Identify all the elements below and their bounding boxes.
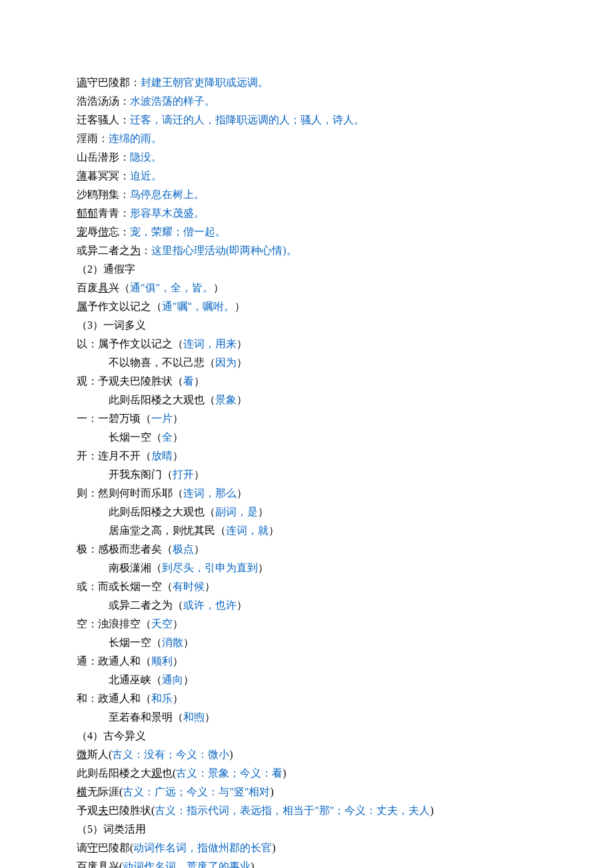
text-line: 百废具兴(动词作名词，荒废了的事业) xyxy=(77,857,536,868)
text-segment: 不以物喜，不以己悲（ xyxy=(109,357,215,368)
text-line: 百废具兴（通"俱"，全，皆。） xyxy=(77,279,536,297)
text-segment: 此则岳阳楼之大观也（ xyxy=(109,394,215,405)
text-line: 淫雨：连绵的雨。 xyxy=(77,129,536,148)
text-segment: ） xyxy=(237,394,247,405)
text-segment: ） xyxy=(237,338,247,349)
text-segment: 古义：指示代词，表远指，相当于"那"；今义：丈夫，夫人 xyxy=(155,805,430,816)
text-segment: 古义：景象；今义：看 xyxy=(176,767,283,779)
text-line: 南极潇湘（到尽头，引申为直到） xyxy=(77,559,536,577)
text-segment: ) xyxy=(430,805,433,816)
text-line: （3）一词多义 xyxy=(77,316,536,335)
text-segment: 谪 xyxy=(77,77,87,88)
text-line: 至若春和景明（和煦） xyxy=(77,708,536,727)
text-segment: 迁客，谪迁的人，指降职远调的人；骚人，诗人。 xyxy=(130,114,364,125)
text-segment: 长烟一空（ xyxy=(109,431,162,443)
text-segment: 极点 xyxy=(173,543,194,555)
text-segment: 废 xyxy=(87,861,98,868)
text-segment: 有时候 xyxy=(173,581,205,592)
text-segment: 开：连月不开（ xyxy=(77,450,151,461)
text-segment: 这里指心理活动(即两种心情)。 xyxy=(151,245,297,256)
text-segment: ： xyxy=(141,245,151,256)
text-line: 通：政通人和（顺利） xyxy=(77,652,536,671)
text-segment: 形容草木茂盛。 xyxy=(130,207,205,219)
text-segment: ） xyxy=(235,301,245,312)
text-segment: ） xyxy=(194,375,205,387)
text-segment: 属 xyxy=(77,301,87,312)
text-segment: 鸟停息在树上。 xyxy=(130,189,205,200)
text-segment: 兴（ xyxy=(109,282,130,293)
text-segment: 具 xyxy=(98,282,109,293)
text-segment: ） xyxy=(269,525,279,536)
text-segment: 巴陵胜状( xyxy=(109,805,155,816)
text-segment: ) xyxy=(270,786,273,797)
text-line: 此则岳阳楼之大观也（景象） xyxy=(77,391,536,409)
text-segment: （5）词类活用 xyxy=(77,823,146,835)
text-segment: 连绵的雨。 xyxy=(109,133,162,144)
text-line: 浩浩汤汤：水波浩荡的样子。 xyxy=(77,92,536,111)
text-segment: 水波浩荡的样子。 xyxy=(130,95,215,107)
text-segment: 夫 xyxy=(98,805,109,816)
text-segment: 消散 xyxy=(162,637,183,648)
text-segment: 天空 xyxy=(151,618,173,629)
text-segment: 副词，是 xyxy=(215,506,258,517)
text-segment: 谪 xyxy=(77,842,87,853)
text-line: 空：浊浪排空（天空） xyxy=(77,615,536,633)
text-segment: ) xyxy=(229,749,233,760)
text-segment: 横 xyxy=(77,786,87,797)
text-segment: 到尽头，引申为直到 xyxy=(162,562,258,573)
text-segment: 此则岳阳楼之大观也（ xyxy=(109,506,215,517)
text-segment: 顺利 xyxy=(151,655,173,667)
text-segment: 偕 xyxy=(98,226,109,237)
text-segment: 为 xyxy=(130,245,141,256)
text-segment: 打开 xyxy=(173,469,194,480)
text-segment: ) xyxy=(251,861,254,868)
text-line: 属予作文以记之（通"嘱"，嘱咐。） xyxy=(77,297,536,316)
text-line: 谪守巴陵郡(动词作名词，指做州郡的长官) xyxy=(77,839,536,857)
text-segment: ） xyxy=(173,655,183,667)
text-segment: ） xyxy=(183,637,194,648)
text-segment: 北通巫峡（ xyxy=(109,674,162,685)
text-line: （5）词类活用 xyxy=(77,820,536,839)
text-segment: ） xyxy=(237,357,247,368)
text-segment: 以：属予作文以记之（ xyxy=(77,338,183,349)
text-segment: 青青： xyxy=(98,207,130,219)
text-segment: 因为 xyxy=(215,357,237,368)
text-segment: ） xyxy=(213,282,224,293)
text-segment: 空：浊浪排空（ xyxy=(77,618,151,629)
text-segment: 予观 xyxy=(77,805,98,816)
text-segment: ） xyxy=(205,581,215,592)
text-segment: （3）一词多义 xyxy=(77,319,146,331)
text-segment: 长烟一空（ xyxy=(109,637,162,648)
text-segment: 连词，那么 xyxy=(183,487,237,499)
text-line: 开：连月不开（放晴） xyxy=(77,447,536,465)
text-line: 沙鸥翔集：鸟停息在树上。 xyxy=(77,185,536,204)
text-line: 一：一碧万顷（一片） xyxy=(77,409,536,428)
text-segment: ） xyxy=(194,543,205,555)
text-segment: 和乐 xyxy=(151,693,173,704)
text-segment: 郁郁 xyxy=(77,207,98,219)
text-segment: 封建王朝官吏降职或远调。 xyxy=(141,77,269,88)
text-line: 横无际涯(古义：广远；今义：与"竖"相对) xyxy=(77,783,536,801)
text-segment: 通：政通人和（ xyxy=(77,655,151,667)
text-segment: 至若春和景明（ xyxy=(109,711,183,723)
text-segment: 和：政通人和（ xyxy=(77,693,151,704)
text-line: 迁客骚人：迁客，谪迁的人，指降职远调的人；骚人，诗人。 xyxy=(77,111,536,129)
text-segment: ） xyxy=(173,450,183,461)
text-segment: 暮冥冥： xyxy=(87,170,130,181)
text-line: 宠辱偕忘：宠，荣耀；偕一起。 xyxy=(77,223,536,241)
text-segment: ） xyxy=(258,562,269,573)
text-line: 以：属予作文以记之（连词，用来） xyxy=(77,335,536,353)
text-line: 北通巫峡（通向） xyxy=(77,671,536,689)
text-segment: 无际涯( xyxy=(87,786,123,797)
text-segment: ） xyxy=(258,506,269,517)
text-segment: （2）通假字 xyxy=(77,263,135,275)
text-segment: ） xyxy=(173,618,183,629)
text-segment: 观：予观夫巴陵胜状（ xyxy=(77,375,183,387)
text-segment: 宠 xyxy=(77,226,87,237)
text-segment: ） xyxy=(183,674,194,685)
text-segment: 或异二者之为（ xyxy=(109,599,183,611)
text-line: 长烟一空（消散） xyxy=(77,633,536,652)
text-segment: 守 xyxy=(87,842,98,853)
text-segment: 通向 xyxy=(162,674,183,685)
text-line: 山岳潜形：隐没。 xyxy=(77,148,536,167)
